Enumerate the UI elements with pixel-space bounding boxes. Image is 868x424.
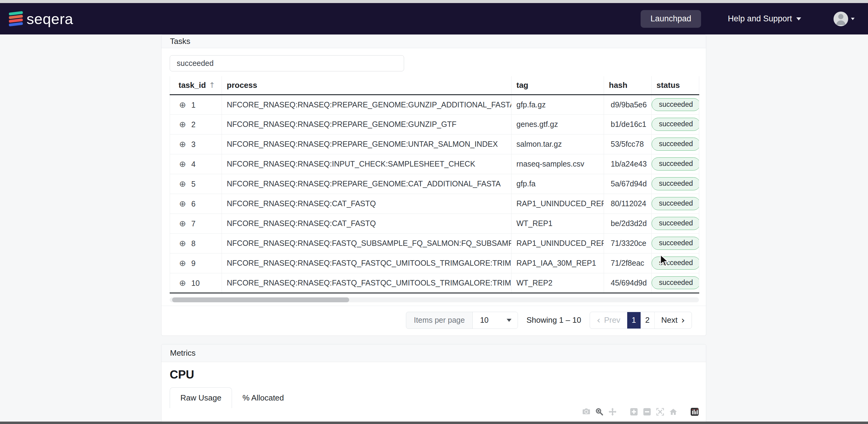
cpu-section-title: CPU — [170, 368, 699, 381]
seqera-logo-icon — [9, 11, 23, 27]
tag-cell: salmon.tar.gz — [512, 134, 604, 154]
avatar — [834, 11, 848, 26]
chevron-down-icon — [851, 18, 855, 20]
page-button-2[interactable]: 2 — [641, 312, 654, 328]
task-row: ⊕10NFCORE_RNASEQ:RNASEQ:FASTQ_FASTQC_UMI… — [170, 273, 699, 293]
autoscale-icon[interactable] — [656, 408, 664, 416]
tag-cell: gfp.fa — [512, 174, 604, 194]
user-menu[interactable] — [834, 11, 855, 26]
task-id-value: 2 — [191, 120, 196, 129]
next-page-button[interactable]: Next › — [654, 312, 691, 328]
page-button-1[interactable]: 1 — [627, 312, 641, 328]
tasks-table: task_id↑ process tag hash status ⊕1NFCOR… — [170, 76, 699, 293]
plotly-logo-icon[interactable] — [691, 408, 699, 416]
task-id-value: 5 — [191, 180, 196, 188]
task-id-value: 8 — [191, 239, 196, 248]
tasks-card-header: Tasks — [161, 35, 706, 48]
task-id-cell: ⊕3 — [170, 134, 222, 154]
metrics-card-body: CPU Raw Usage % Allocated — [161, 362, 706, 424]
plot-modebar — [582, 408, 699, 416]
expand-task-icon[interactable]: ⊕ — [179, 159, 186, 169]
task-id-cell: ⊕9 — [170, 253, 222, 273]
metrics-card: Metrics CPU Raw Usage % Allocated — [161, 344, 706, 424]
tasks-card-body: task_id↑ process tag hash status ⊕1NFCOR… — [161, 48, 706, 329]
items-per-page-select[interactable]: 10 — [472, 312, 518, 328]
hash-cell: 71/2f8eac — [604, 253, 652, 273]
tag-cell: genes.gtf.gz — [512, 115, 604, 134]
task-row: ⊕6NFCORE_RNASEQ:RNASEQ:CAT_FASTQRAP1_UNI… — [170, 194, 699, 214]
help-and-support-menu[interactable]: Help and Support — [728, 14, 801, 24]
task-row: ⊕4NFCORE_RNASEQ:RNASEQ:INPUT_CHECK:SAMPL… — [170, 154, 699, 174]
launchpad-button[interactable]: Launchpad — [641, 10, 701, 28]
pan-icon[interactable] — [609, 408, 617, 416]
expand-task-icon[interactable]: ⊕ — [179, 139, 186, 149]
process-cell: NFCORE_RNASEQ:RNASEQ:PREPARE_GENOME:GUNZ… — [222, 95, 512, 115]
tab-percent-allocated[interactable]: % Allocated — [232, 387, 294, 408]
horizontal-scrollbar[interactable] — [170, 297, 699, 302]
status-cell: succeeded — [652, 174, 699, 194]
hash-cell: 80/112024 — [604, 194, 652, 214]
task-row: ⊕9NFCORE_RNASEQ:RNASEQ:FASTQ_FASTQC_UMIT… — [170, 253, 699, 273]
column-header-hash[interactable]: hash — [604, 76, 652, 95]
seqera-logo[interactable]: seqera — [9, 10, 73, 28]
camera-icon[interactable] — [582, 408, 590, 416]
task-id-cell: ⊕2 — [170, 115, 222, 134]
expand-task-icon[interactable]: ⊕ — [179, 278, 186, 288]
task-id-value: 3 — [191, 140, 196, 149]
expand-task-icon[interactable]: ⊕ — [179, 258, 186, 268]
expand-task-icon[interactable]: ⊕ — [179, 199, 186, 208]
status-badge: succeeded — [652, 197, 699, 210]
tasks-search-input[interactable] — [170, 55, 404, 71]
task-row: ⊕8NFCORE_RNASEQ:RNASEQ:FASTQ_SUBSAMPLE_F… — [170, 233, 699, 253]
prev-page-button[interactable]: ‹ Prev — [590, 312, 627, 328]
zoom-in-icon[interactable] — [630, 408, 638, 416]
expand-task-icon[interactable]: ⊕ — [179, 238, 186, 248]
task-id-cell: ⊕4 — [170, 154, 222, 174]
expand-task-icon[interactable]: ⊕ — [179, 120, 186, 129]
task-id-value: 1 — [191, 101, 196, 109]
zoom-out-icon[interactable] — [643, 408, 651, 416]
tab-raw-usage[interactable]: Raw Usage — [170, 387, 232, 408]
process-cell: NFCORE_RNASEQ:RNASEQ:FASTQ_SUBSAMPLE_FQ_… — [222, 233, 512, 253]
column-header-task-id[interactable]: task_id↑ — [170, 76, 222, 95]
status-badge: succeeded — [652, 276, 699, 290]
top-navbar: seqera Launchpad Help and Support — [0, 3, 868, 34]
metrics-card-header: Metrics — [161, 345, 706, 362]
tag-cell: RAP1_UNINDUCED_REP2 — [512, 194, 604, 214]
help-menu-label: Help and Support — [728, 14, 792, 24]
hash-cell: 53/5fcc78 — [604, 134, 652, 154]
tag-cell: gfp.fa.gz — [512, 95, 604, 115]
expand-task-icon[interactable]: ⊕ — [179, 100, 186, 109]
task-id-value: 9 — [191, 259, 196, 267]
process-cell: NFCORE_RNASEQ:RNASEQ:PREPARE_GENOME:UNTA… — [222, 134, 512, 154]
expand-task-icon[interactable]: ⊕ — [179, 219, 186, 228]
brand-name: seqera — [27, 10, 73, 28]
task-id-cell: ⊕10 — [170, 273, 222, 293]
task-id-value: 4 — [191, 160, 196, 168]
task-row: ⊕5NFCORE_RNASEQ:RNASEQ:PREPARE_GENOME:CA… — [170, 174, 699, 194]
items-per-page-value: 10 — [480, 316, 489, 325]
column-header-tag[interactable]: tag — [512, 76, 604, 95]
status-cell: succeeded — [652, 115, 699, 134]
task-id-value: 10 — [191, 279, 200, 287]
status-badge: succeeded — [652, 137, 699, 151]
expand-task-icon[interactable]: ⊕ — [179, 179, 186, 189]
seqera-run-tasks-page: { "navbar": { "brand": "seqera", "launch… — [0, 0, 868, 424]
status-badge: succeeded — [652, 118, 699, 131]
reset-axes-icon[interactable] — [669, 408, 677, 416]
tag-cell: WT_REP1 — [512, 214, 604, 233]
column-header-process[interactable]: process — [222, 76, 512, 95]
status-badge: succeeded — [652, 257, 699, 270]
zoom-icon[interactable] — [595, 408, 603, 416]
status-cell: succeeded — [652, 253, 699, 273]
task-id-cell: ⊕1 — [170, 95, 222, 115]
tasks-card: Tasks task_id↑ process — [161, 34, 706, 336]
scrollbar-thumb[interactable] — [172, 297, 349, 302]
tag-cell: WT_REP2 — [512, 273, 604, 293]
process-cell: NFCORE_RNASEQ:RNASEQ:CAT_FASTQ — [222, 194, 512, 214]
showing-range-label: Showing 1 – 10 — [526, 316, 581, 325]
hash-cell: 5a/67d94d — [604, 174, 652, 194]
column-header-status[interactable]: status — [652, 76, 699, 95]
task-row: ⊕2NFCORE_RNASEQ:RNASEQ:PREPARE_GENOME:GU… — [170, 115, 699, 134]
avatar-person-icon — [836, 21, 845, 25]
